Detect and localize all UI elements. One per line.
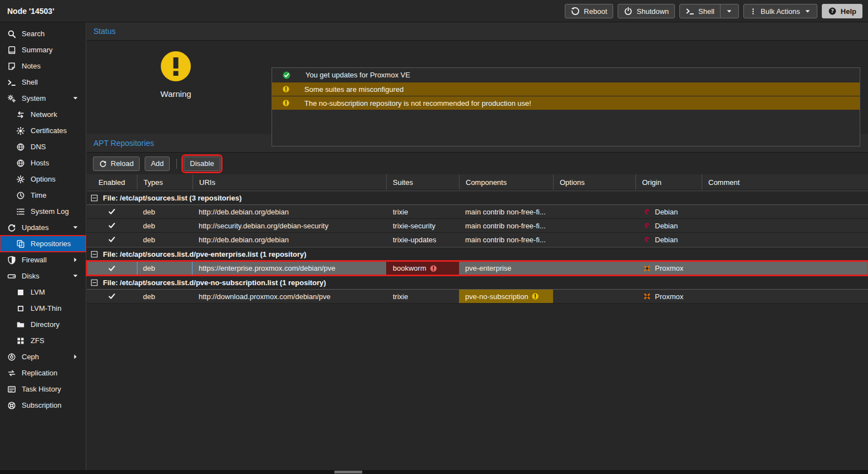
status-panel-header: Status <box>87 22 868 41</box>
column-header-comment[interactable]: Comment <box>702 174 868 190</box>
table-row[interactable]: deb http://deb.debian.org/debian trixie-… <box>87 233 868 247</box>
horizontal-scrollbar <box>0 470 868 474</box>
hdd-icon <box>7 272 16 281</box>
debian-logo-icon <box>643 236 651 243</box>
column-header-uris[interactable]: URIs <box>193 174 386 190</box>
shell-button[interactable]: Shell <box>679 4 739 18</box>
sidebar-item-disks[interactable]: Disks <box>0 268 86 284</box>
tasks-icon <box>7 385 16 394</box>
shell-dropdown-toggle[interactable] <box>720 4 733 18</box>
reboot-button-label: Reboot <box>584 7 607 16</box>
sidebar-item-summary[interactable]: Summary <box>0 42 86 58</box>
table-row[interactable]: deb http://security.debian.org/debian-se… <box>87 219 868 233</box>
cell-origin: Debian <box>635 233 702 246</box>
bulk-actions-button[interactable]: Bulk Actions <box>743 4 817 18</box>
sidebar-item-system[interactable]: System <box>0 90 86 106</box>
chevron-down-icon[interactable] <box>72 224 79 231</box>
toolbar-separator <box>176 159 177 169</box>
apt-toolbar: Reload Add Disable <box>87 153 868 174</box>
sidebar-item-time[interactable]: Time <box>0 187 86 203</box>
sidebar-item-firewall[interactable]: Firewall <box>0 252 86 268</box>
sidebar-item-label: Ceph <box>22 353 39 361</box>
chevron-down-icon[interactable] <box>72 95 79 102</box>
sidebar-item-label: Summary <box>22 46 53 54</box>
power-icon <box>624 7 633 16</box>
sidebar-item-label: Subscription <box>22 401 62 409</box>
minus-square-icon[interactable] <box>91 279 98 286</box>
grid-icon <box>16 336 25 345</box>
shutdown-button[interactable]: Shutdown <box>618 4 675 18</box>
column-header-options[interactable]: Options <box>553 174 635 190</box>
sidebar-item-notes[interactable]: Notes <box>0 58 86 74</box>
warning-circle-icon <box>282 85 290 93</box>
sidebar-item-label: Directory <box>31 320 60 329</box>
check-icon <box>108 222 116 229</box>
status-message-row: Some suites are misconfigured <box>272 82 860 96</box>
ok-circle-icon <box>282 71 291 80</box>
status-message-text: You get updates for Proxmox VE <box>305 71 410 79</box>
chevron-right-icon[interactable] <box>72 353 79 360</box>
certificate-icon <box>16 126 25 135</box>
proxmox-logo-icon <box>643 292 651 300</box>
cell-suites: trixie-security <box>386 219 459 232</box>
sidebar-item-label: LVM-Thin <box>31 304 61 312</box>
reload-button[interactable]: Reload <box>93 157 140 171</box>
sidebar-item-task-history[interactable]: Task History <box>0 381 86 397</box>
sidebar-item-hosts[interactable]: Hosts <box>0 155 86 171</box>
add-button[interactable]: Add <box>145 157 170 171</box>
group-label: File: /etc/apt/sources.list (3 repositor… <box>103 194 241 202</box>
column-header-components[interactable]: Components <box>459 174 553 190</box>
sidebar-item-dns[interactable]: DNS <box>0 139 86 155</box>
sidebar-item-options[interactable]: Options <box>0 171 86 187</box>
column-header-enabled[interactable]: Enabled <box>87 174 137 190</box>
minus-square-icon[interactable] <box>91 251 98 258</box>
sidebar-item-lvm-thin[interactable]: LVM-Thin <box>0 300 86 316</box>
sidebar-item-directory[interactable]: Directory <box>0 316 86 333</box>
status-message-text: Some suites are misconfigured <box>304 85 403 94</box>
refresh-icon <box>99 160 107 168</box>
chevron-right-icon[interactable] <box>72 256 79 263</box>
help-button[interactable]: ? Help <box>822 4 862 18</box>
cell-components: main contrib non-free-fi... <box>459 219 553 232</box>
chevron-down-icon[interactable] <box>72 272 79 280</box>
table-group-row[interactable]: File: /etc/apt/sources.list (3 repositor… <box>87 190 868 205</box>
table-row[interactable]: deb http://deb.debian.org/debian trixie … <box>87 205 868 219</box>
svg-text:?: ? <box>831 8 834 14</box>
debian-logo-icon <box>643 222 651 229</box>
title-bar-actions: Reboot Shutdown Shell Bulk Actions ? He <box>565 4 862 18</box>
sidebar-item-subscription[interactable]: Subscription <box>0 397 86 413</box>
origin-label: Debian <box>655 208 678 216</box>
sidebar-item-ceph[interactable]: Ceph <box>0 349 86 365</box>
sidebar-item-repositories[interactable]: Repositories <box>0 236 86 252</box>
column-header-origin[interactable]: Origin <box>635 174 702 190</box>
sidebar-item-lvm[interactable]: LVM <box>0 284 86 300</box>
cell-options <box>553 290 635 303</box>
cell-suites-error: bookworm <box>386 261 459 275</box>
sidebar-item-label: Search <box>22 30 45 38</box>
note-icon <box>7 62 16 71</box>
sidebar-item-system-log[interactable]: System Log <box>0 203 86 219</box>
disable-button[interactable]: Disable <box>184 157 220 171</box>
cell-comment <box>702 290 868 303</box>
sidebar-item-replication[interactable]: Replication <box>0 365 86 381</box>
minus-square-icon[interactable] <box>91 194 98 202</box>
table-row-selected[interactable]: deb https://enterprise.proxmox.com/debia… <box>87 261 868 275</box>
table-row[interactable]: deb http://download.proxmox.com/debian/p… <box>87 290 868 304</box>
horizontal-scrollbar-thumb[interactable] <box>334 471 362 473</box>
sidebar-item-certificates[interactable]: Certificates <box>0 123 86 139</box>
table-group-row[interactable]: File: /etc/apt/sources.list.d/pve-no-sub… <box>87 275 868 290</box>
sidebar-item-network[interactable]: Network <box>0 106 86 123</box>
table-group-row[interactable]: File: /etc/apt/sources.list.d/pve-enterp… <box>87 247 868 261</box>
sidebar-item-updates[interactable]: Updates <box>0 219 86 236</box>
cell-options <box>553 205 635 218</box>
components-label: pve-no-subscription <box>465 292 528 301</box>
column-header-types[interactable]: Types <box>137 174 193 190</box>
origin-label: Proxmox <box>655 292 683 301</box>
column-header-suites[interactable]: Suites <box>386 174 459 190</box>
reboot-button[interactable]: Reboot <box>565 4 613 18</box>
refresh-icon <box>7 223 16 232</box>
status-message-text: The no-subscription repository is not re… <box>304 99 531 107</box>
sidebar-item-search[interactable]: Search <box>0 26 86 42</box>
sidebar-item-shell[interactable]: Shell <box>0 74 86 90</box>
sidebar-item-zfs[interactable]: ZFS <box>0 333 86 349</box>
